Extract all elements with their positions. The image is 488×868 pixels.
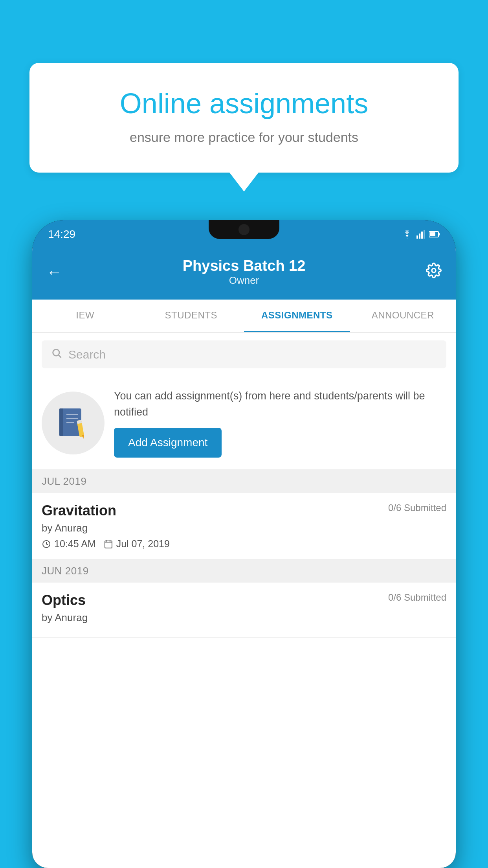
search-bar: Search bbox=[32, 333, 456, 376]
gear-icon bbox=[426, 263, 442, 278]
time-value: 10:45 AM bbox=[54, 538, 96, 550]
svg-rect-11 bbox=[59, 408, 63, 436]
optics-by: by Anurag bbox=[42, 612, 446, 624]
phone-notch bbox=[209, 220, 279, 239]
svg-line-9 bbox=[59, 355, 61, 357]
assignment-meta: 10:45 AM Jul 07, 2019 bbox=[42, 538, 446, 550]
section-header-jun: JUN 2019 bbox=[32, 559, 456, 583]
svg-rect-5 bbox=[438, 233, 440, 235]
optics-name: Optics bbox=[42, 592, 86, 609]
settings-button[interactable] bbox=[426, 263, 442, 282]
notebook-icon bbox=[55, 405, 91, 441]
search-icon bbox=[51, 348, 62, 361]
section-header-jul: JUL 2019 bbox=[32, 470, 456, 493]
optics-submitted: 0/6 Submitted bbox=[388, 592, 446, 603]
svg-rect-13 bbox=[66, 418, 78, 419]
status-icons bbox=[402, 230, 440, 239]
speech-bubble-subtitle: ensure more practice for your students bbox=[57, 130, 431, 145]
clock-icon bbox=[42, 539, 51, 549]
status-time: 14:29 bbox=[48, 228, 75, 241]
assignment-by: by Anurag bbox=[42, 522, 446, 534]
assignment-submitted: 0/6 Submitted bbox=[388, 502, 446, 513]
page-title: Physics Batch 12 bbox=[183, 257, 306, 274]
tab-announcements[interactable]: ANNOUNCER bbox=[350, 300, 456, 332]
battery-icon bbox=[429, 231, 440, 238]
top-bar-center: Physics Batch 12 Owner bbox=[183, 257, 306, 287]
svg-rect-2 bbox=[421, 232, 423, 239]
top-bar: ← Physics Batch 12 Owner bbox=[32, 248, 456, 300]
calendar-icon bbox=[104, 539, 113, 549]
speech-bubble: Online assignments ensure more practice … bbox=[29, 63, 459, 173]
search-input-wrap[interactable]: Search bbox=[42, 340, 446, 368]
tab-assignments[interactable]: ASSIGNMENTS bbox=[244, 300, 350, 332]
svg-rect-3 bbox=[424, 230, 425, 239]
search-placeholder: Search bbox=[68, 348, 106, 361]
add-assignment-button[interactable]: Add Assignment bbox=[114, 428, 222, 458]
assignment-time: 10:45 AM bbox=[42, 538, 96, 550]
svg-rect-12 bbox=[66, 414, 78, 415]
speech-bubble-title: Online assignments bbox=[57, 86, 431, 120]
page-subtitle: Owner bbox=[183, 274, 306, 287]
phone-shell: 14:29 bbox=[32, 220, 456, 868]
tab-iew[interactable]: IEW bbox=[32, 300, 138, 332]
svg-rect-19 bbox=[105, 541, 112, 548]
wifi-icon bbox=[402, 230, 413, 239]
promo-description: You can add assignment(s) from here and … bbox=[114, 388, 446, 420]
assignment-top: Gravitation 0/6 Submitted bbox=[42, 502, 446, 519]
svg-point-8 bbox=[53, 349, 59, 356]
assignment-date: Jul 07, 2019 bbox=[104, 538, 170, 550]
tab-students[interactable]: STUDENTS bbox=[138, 300, 244, 332]
assignment-item-optics[interactable]: Optics 0/6 Submitted by Anurag bbox=[32, 583, 456, 638]
svg-rect-0 bbox=[416, 235, 418, 239]
svg-marker-16 bbox=[82, 434, 85, 439]
svg-rect-14 bbox=[66, 422, 74, 423]
assignment-name: Gravitation bbox=[42, 502, 116, 519]
svg-point-7 bbox=[432, 268, 436, 272]
phone-screen: ← Physics Batch 12 Owner IEW STUDENTS AS… bbox=[32, 248, 456, 868]
svg-rect-6 bbox=[430, 232, 435, 236]
assignment-item-gravitation[interactable]: Gravitation 0/6 Submitted by Anurag 10:4… bbox=[32, 493, 456, 559]
back-button[interactable]: ← bbox=[46, 263, 62, 281]
promo-section: You can add assignment(s) from here and … bbox=[32, 376, 456, 470]
promo-text: You can add assignment(s) from here and … bbox=[114, 388, 446, 458]
tabs: IEW STUDENTS ASSIGNMENTS ANNOUNCER bbox=[32, 300, 456, 333]
promo-icon bbox=[42, 392, 105, 454]
svg-rect-1 bbox=[419, 234, 420, 239]
signal-icon bbox=[416, 230, 425, 239]
date-value: Jul 07, 2019 bbox=[116, 538, 170, 550]
assignment-top-optics: Optics 0/6 Submitted bbox=[42, 592, 446, 609]
